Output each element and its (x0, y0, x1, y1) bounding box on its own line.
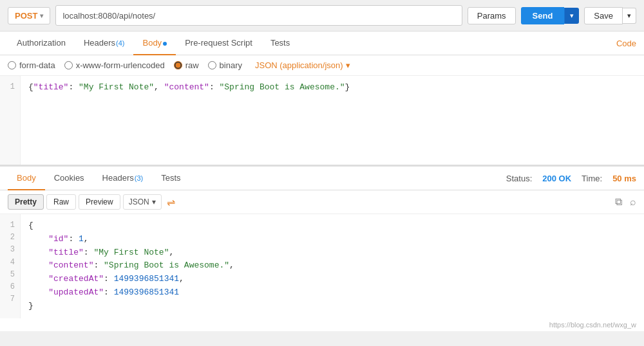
json-format-select[interactable]: JSON ▾ (123, 194, 162, 210)
top-bar: POST ▾ Params Send ▾ Save ▾ (0, 0, 644, 32)
resp-tab-body[interactable]: Body (8, 167, 45, 190)
wrap-icon[interactable]: ⇌ (167, 196, 175, 208)
response-tabs-bar: Body Cookies Headers(3) Tests Status: 20… (0, 166, 644, 190)
resp-line-5: "createdAt": 1499396851341, (28, 273, 636, 286)
method-label: POST (15, 11, 37, 21)
time-label: Time: (582, 174, 602, 183)
time-value: 50 ms (612, 174, 636, 183)
response-editor: 1234567 { "id": 1, "title": "My First No… (0, 214, 644, 318)
resp-code-content: { "id": 1, "title": "My First Note", "co… (21, 214, 644, 318)
tab-pre-request-script[interactable]: Pre-request Script (176, 32, 261, 55)
request-editor: 1 {"title": "My First Note", "content": … (0, 76, 644, 166)
resp-tab-headers[interactable]: Headers(3) (93, 167, 153, 190)
preview-button[interactable]: Preview (79, 194, 120, 210)
form-data-option[interactable]: form-data (8, 60, 55, 70)
json-format-chevron-icon: ▾ (152, 197, 156, 206)
url-input[interactable] (55, 5, 462, 26)
tab-tests[interactable]: Tests (261, 32, 299, 55)
pretty-button[interactable]: Pretty (8, 194, 44, 210)
resp-line-6: "updatedAt": 1499396851341 (28, 286, 636, 300)
send-button-group: Send ▾ (521, 7, 580, 24)
copy-icon[interactable]: ⧉ (615, 196, 622, 208)
tab-headers[interactable]: Headers(4) (75, 32, 134, 55)
params-button[interactable]: Params (468, 7, 516, 24)
save-dropdown-button[interactable]: ▾ (623, 8, 636, 24)
binary-option[interactable]: binary (208, 60, 242, 70)
method-select[interactable]: POST ▾ (8, 7, 50, 24)
json-type-chevron-icon: ▾ (346, 60, 350, 70)
resp-line-3: "title": "My First Note", (28, 246, 636, 260)
resp-line-numbers: 1234567 (0, 214, 21, 318)
resp-tab-tests[interactable]: Tests (152, 167, 189, 190)
request-tabs: Authorization Headers(4) Body Pre-reques… (0, 32, 644, 55)
code-link[interactable]: Code (616, 39, 636, 48)
save-button[interactable]: Save (584, 7, 623, 24)
raw-option[interactable]: raw (174, 60, 199, 70)
method-chevron-icon: ▾ (40, 12, 43, 19)
body-dot (163, 42, 167, 46)
response-toolbar: Pretty Raw Preview JSON ▾ ⇌ ⧉ ⌕ (0, 190, 644, 214)
req-line-numbers: 1 (0, 76, 21, 165)
resp-line-1: { (28, 219, 636, 233)
raw-button[interactable]: Raw (46, 194, 76, 210)
req-code-content[interactable]: {"title": "My First Note", "content": "S… (21, 76, 644, 165)
url-encoded-option[interactable]: x-www-form-urlencoded (64, 60, 165, 70)
resp-icons: ⧉ ⌕ (615, 196, 636, 208)
send-dropdown-button[interactable]: ▾ (564, 8, 579, 24)
json-type-select[interactable]: JSON (application/json) ▾ (255, 60, 350, 70)
body-options: form-data x-www-form-urlencoded raw bina… (0, 55, 644, 76)
watermark: https://blog.csdn.net/wxg_w (0, 318, 644, 331)
tab-authorization[interactable]: Authorization (8, 32, 75, 55)
resp-line-4: "content": "Spring Boot is Awesome.", (28, 259, 636, 273)
tab-body[interactable]: Body (133, 32, 176, 55)
resp-tab-cookies[interactable]: Cookies (45, 167, 93, 190)
status-label: Status: (506, 174, 532, 183)
response-section: Body Cookies Headers(3) Tests Status: 20… (0, 166, 644, 331)
save-button-group: Save ▾ (584, 7, 636, 24)
status-value: 200 OK (542, 174, 571, 183)
search-icon[interactable]: ⌕ (630, 196, 636, 208)
resp-line-2: "id": 1, (28, 233, 636, 246)
resp-line-7: } (28, 300, 636, 313)
send-button[interactable]: Send (521, 7, 565, 24)
status-info: Status: 200 OK Time: 50 ms (506, 174, 636, 183)
